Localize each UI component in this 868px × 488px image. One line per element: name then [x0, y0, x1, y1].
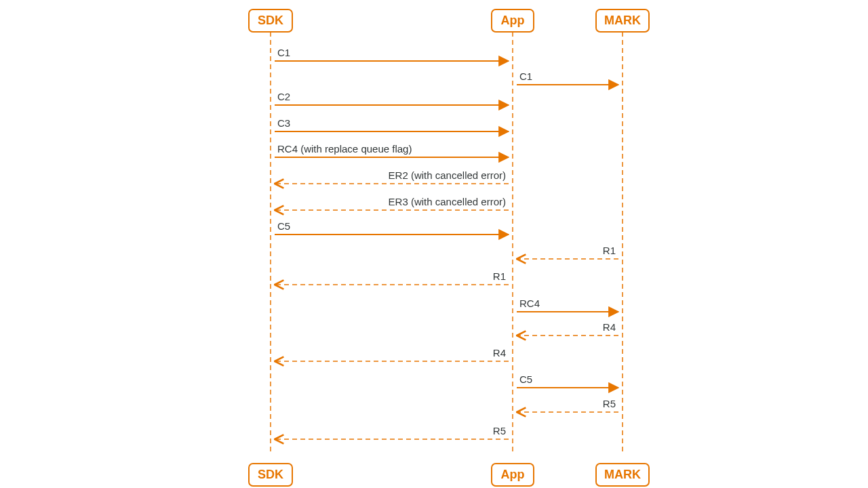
actor-sdk-bottom-label: SDK [258, 468, 283, 481]
message-label-m_c2: C2 [277, 91, 290, 102]
message-label-m_r5_ma: R5 [603, 398, 616, 409]
actor-sdk-top-label: SDK [258, 14, 283, 27]
actor-app-bottom-label: App [501, 468, 525, 481]
actor-mark-bottom-label: MARK [604, 468, 641, 481]
message-label-m_c1_am: C1 [519, 70, 532, 82]
message-label-m_c5_sa: C5 [277, 220, 290, 232]
message-label-m_er3: ER3 (with cancelled error) [389, 196, 506, 207]
message-label-m_r4_ma: R4 [603, 321, 616, 333]
message-label-m_c1_sa: C1 [277, 47, 290, 58]
message-label-m_r1_ma: R1 [603, 245, 616, 256]
actor-mark-top-label: MARK [604, 14, 641, 27]
message-label-m_r4_as: R4 [493, 347, 506, 359]
message-label-m_rc4_sa: RC4 (with replace queue flag) [277, 143, 412, 155]
message-label-m_r1_as: R1 [493, 270, 506, 282]
message-label-m_c5_am: C5 [519, 373, 532, 385]
message-label-m_er2: ER2 (with cancelled error) [389, 169, 506, 181]
actor-app-top-label: App [501, 14, 525, 27]
sequence-diagram: SDKSDKAppAppMARKMARKC1C1C2C3RC4 (with re… [0, 0, 868, 488]
message-label-m_c3: C3 [277, 117, 290, 129]
message-label-m_rc4_am: RC4 [519, 298, 540, 309]
message-label-m_r5_as: R5 [493, 425, 506, 436]
